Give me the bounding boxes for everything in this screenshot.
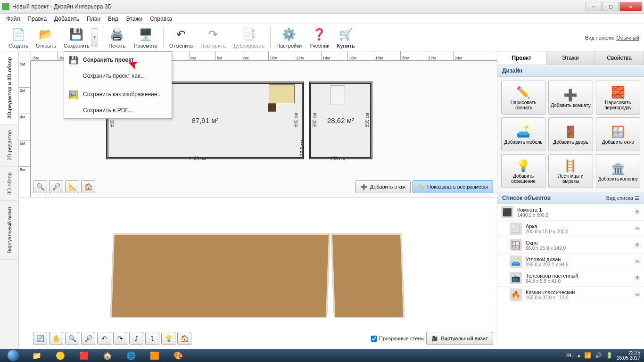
menu-4[interactable]: Вид <box>104 15 122 23</box>
object-item-2[interactable]: 🪟Окно66.0 x 15.0 x 142.0👁 <box>497 237 644 254</box>
zoom-out-3d-button[interactable]: 🔍 <box>65 332 79 345</box>
rp-tab-0[interactable]: Проект <box>497 51 546 65</box>
rp-tool-3[interactable]: 🛋️Добавить мебель <box>501 117 545 151</box>
save-menu-item-3[interactable]: 🖼️Сохранить как изображение... <box>64 86 172 102</box>
create-button[interactable]: 📄Создать <box>5 26 32 49</box>
rp-tab-2[interactable]: Свойства <box>595 51 644 65</box>
rotate-left-icon[interactable]: ↶ <box>97 332 111 345</box>
menu-6[interactable]: Справка <box>146 15 176 23</box>
pan-icon[interactable]: ✋ <box>49 332 63 345</box>
save-menu-item-0[interactable]: 💾Сохранить проект <box>64 52 172 68</box>
paint-task-icon[interactable]: 🎨 <box>167 349 190 362</box>
object-item-4[interactable]: 📺Телевизор настенный64.3 x 5.5 x 41.0👁 <box>497 270 644 287</box>
tray-up-icon[interactable]: ▴ <box>578 352 580 359</box>
save-menu-item-4[interactable]: Сохранить в PDF... <box>64 102 172 118</box>
sofa-2d[interactable] <box>269 84 295 103</box>
add-floor-button[interactable]: ➕Добавить этаж <box>355 180 411 193</box>
close-button[interactable]: ✕ <box>619 2 642 11</box>
yandex-task-icon[interactable]: 🟡 <box>49 349 72 362</box>
tray-battery-icon[interactable]: 🔋 <box>606 352 613 359</box>
object-2-visibility-icon[interactable]: 👁 <box>635 242 640 248</box>
list-view-icon[interactable]: ☰ <box>635 195 639 201</box>
home-3d-button[interactable]: 🏠 <box>177 332 191 345</box>
buy-button[interactable]: 🛒Купить <box>333 26 359 49</box>
save-dropdown-handle[interactable]: ▼ <box>91 28 98 47</box>
menu-5[interactable]: Этажи <box>122 15 146 23</box>
zoom-in-2d-button[interactable]: 🔎 <box>49 180 63 193</box>
panel-mode-link[interactable]: Обычный <box>616 35 639 41</box>
object-5-visibility-icon[interactable]: 👁 <box>635 291 640 298</box>
vtab-2[interactable]: 3D-обзор <box>0 167 18 201</box>
measure-icon[interactable]: 📐 <box>65 180 79 193</box>
rp-tool-1[interactable]: ➕Добавить комнату <box>548 81 593 115</box>
tray-volume-icon[interactable]: 🔊 <box>595 352 602 359</box>
tutor-button[interactable]: ❓Учебник <box>305 26 333 49</box>
object-item-0[interactable]: ⬛Комната 11490.0 x 590.0👁 <box>497 204 644 221</box>
print-button[interactable]: 🖨️Печать <box>104 26 130 49</box>
rotate-right-icon[interactable]: ↷ <box>113 332 127 345</box>
redo-icon: ↷ <box>206 27 221 42</box>
object-list[interactable]: ⬛Комната 11490.0 x 590.0👁⬜Арка200.0 x 15… <box>497 204 644 349</box>
virtual-visit-button[interactable]: 🎥Виртуальный визит <box>426 332 493 345</box>
transparent-walls-checkbox[interactable]: Прозрачные стены <box>371 332 424 345</box>
ruler-v-tick: 4м <box>19 114 30 140</box>
object-item-5[interactable]: 🔥Камин классический150.0 x 37.0 x 113.5👁 <box>497 287 644 303</box>
room-2-3d[interactable] <box>331 233 405 318</box>
vtab-0[interactable]: 2D-редактор и 3D-обзор <box>0 51 18 124</box>
menu-2[interactable]: Добавить <box>50 15 83 23</box>
rp-tool-6[interactable]: 💡Добавить освещение <box>501 154 545 188</box>
preview-button[interactable]: 🖥️Просмотр <box>130 26 161 49</box>
object-item-3[interactable]: 🛋️Угловой диван292.0 x 202.1 x 94.5👁 <box>497 254 644 270</box>
table-2d[interactable] <box>268 103 276 112</box>
bed-2d[interactable] <box>330 85 345 105</box>
room-1-3d[interactable] <box>110 233 330 318</box>
rp-tool-2[interactable]: 🧱Нарисовать перегородку <box>596 81 640 115</box>
rp-tool-7[interactable]: 🪜Лестницы и вырезы <box>548 154 593 188</box>
minimize-button[interactable]: ─ <box>586 2 602 11</box>
rp-tool-4[interactable]: 🚪Добавить дверь <box>548 117 593 151</box>
window-title: Новый проект - Дизайн Интерьера 3D <box>12 3 112 10</box>
object-0-visibility-icon[interactable]: 👁 <box>635 209 640 215</box>
rp-tool-0[interactable]: ✏️Нарисовать комнату <box>501 81 545 115</box>
rp-tool-1-label: Добавить комнату <box>551 103 590 108</box>
orbit-icon[interactable]: 🔄 <box>33 332 47 345</box>
rp-tool-5[interactable]: 🪟Добавить окно <box>596 117 640 151</box>
zoom-out-2d-button[interactable]: 🔍 <box>33 180 47 193</box>
show-dims-toggle[interactable]: 📏Показывать все размеры <box>413 180 493 193</box>
menu-1[interactable]: Правка <box>24 15 51 23</box>
transparent-walls-input[interactable] <box>371 336 377 342</box>
undo-button[interactable]: ↶Отменить <box>165 26 197 49</box>
zoom-in-3d-button[interactable]: 🔎 <box>81 332 95 345</box>
tilt-up-icon[interactable]: ⤴ <box>129 332 143 345</box>
open-button[interactable]: 📂Открыть <box>32 26 60 49</box>
object-1-visibility-icon[interactable]: 👁 <box>635 225 640 232</box>
tray-network-icon[interactable]: 📶 <box>584 352 591 359</box>
rp-tab-1[interactable]: Этажи <box>546 51 595 65</box>
interior3d-task-icon[interactable]: 🏠 <box>96 349 119 362</box>
rp-tool-8[interactable]: 🏛️Добавить колонну <box>596 154 640 188</box>
lang-indicator[interactable]: RU <box>566 353 574 358</box>
save-button[interactable]: 💾Сохранить <box>60 26 93 49</box>
object-3-visibility-icon[interactable]: 👁 <box>635 258 640 265</box>
clock[interactable]: 22:25 16.05.2017 <box>617 350 642 361</box>
dup-button[interactable]: 📑Дублировать <box>230 26 268 49</box>
vtab-3[interactable]: Виртуальный визит <box>0 201 18 260</box>
explorer-task-icon[interactable]: 📁 <box>25 349 48 362</box>
settings-button[interactable]: ⚙️Настройки <box>272 26 305 49</box>
ya-task-icon[interactable]: 🟥 <box>73 349 95 362</box>
chrome-task-icon[interactable]: 🌐 <box>120 349 142 362</box>
home-2d-button[interactable]: 🏠 <box>81 180 95 193</box>
tilt-down-icon[interactable]: ⤵ <box>145 332 159 345</box>
start-button[interactable] <box>2 349 25 362</box>
vtab-1[interactable]: 2D-редактор <box>0 124 18 166</box>
maximize-button[interactable]: ☐ <box>603 2 619 11</box>
object-4-visibility-icon[interactable]: 👁 <box>635 275 640 281</box>
light-icon[interactable]: 💡 <box>161 332 175 345</box>
app1-task-icon[interactable]: 🟧 <box>143 349 166 362</box>
menu-0[interactable]: Файл <box>2 15 24 23</box>
save-menu-item-1[interactable]: Сохранить проект как... <box>64 68 172 84</box>
canvas-3d[interactable]: 🔄 ✋ 🔍 🔎 ↶ ↷ ⤴ ⤵ 💡 🏠 Прозрачные стены <box>19 197 497 349</box>
menu-3[interactable]: План <box>83 15 104 23</box>
redo-button[interactable]: ↷Повторить <box>197 26 230 49</box>
object-item-1[interactable]: ⬜Арка200.0 x 15.0 x 200.0👁 <box>497 221 644 237</box>
